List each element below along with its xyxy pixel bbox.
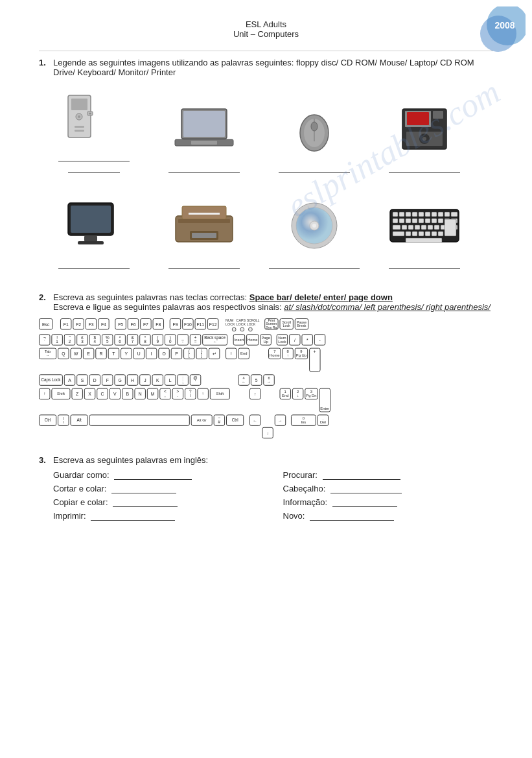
key-shift-right2[interactable]: Shift: [210, 388, 230, 399]
key-l[interactable]: L: [165, 374, 176, 385]
key-backslash[interactable]: |\: [58, 414, 69, 425]
key-f6[interactable]: F6: [128, 318, 139, 329]
key-shift-left[interactable]: ↑: [39, 388, 50, 399]
key-arrowright[interactable]: →: [275, 414, 286, 425]
key-8[interactable]: *8: [139, 334, 150, 345]
key-x[interactable]: X: [84, 388, 95, 399]
key-altgr[interactable]: Alt Gr: [191, 414, 213, 425]
key-comma[interactable]: <,: [159, 388, 170, 399]
key-o[interactable]: O: [158, 348, 169, 359]
key-ctrl-left[interactable]: Ctrl: [39, 414, 56, 425]
key-backtick[interactable]: ¬`: [39, 334, 50, 345]
key-f[interactable]: F: [102, 374, 113, 385]
key-scrolllock[interactable]: ScrollLock: [279, 318, 293, 329]
key-f5[interactable]: F5: [115, 318, 126, 329]
key-5[interactable]: %5: [102, 334, 113, 345]
key-backspace[interactable]: Back space←: [202, 334, 227, 345]
key-semi[interactable]: :;: [177, 374, 188, 385]
key-insert[interactable]: Insert: [233, 334, 245, 345]
key-num4[interactable]: 4←: [238, 374, 249, 385]
key-numsub[interactable]: -: [314, 334, 325, 345]
key-arrowup[interactable]: ↑: [249, 388, 260, 399]
key-shift-right[interactable]: ↑: [197, 388, 208, 399]
key-num5[interactable]: 5: [251, 374, 262, 385]
key-0[interactable]: )0: [165, 334, 176, 345]
key-f4[interactable]: F4: [98, 318, 109, 329]
key-9[interactable]: (9: [152, 334, 163, 345]
key-nummul[interactable]: *: [302, 334, 313, 345]
key-n[interactable]: N: [134, 388, 145, 399]
key-capslock[interactable]: Caps Lock: [39, 374, 63, 385]
key-m[interactable]: M: [147, 388, 158, 399]
key-pageup[interactable]: PageUp: [260, 334, 271, 345]
key-w[interactable]: W: [71, 348, 82, 359]
key-slash[interactable]: ?/: [185, 388, 196, 399]
key-num2[interactable]: 2↓: [292, 388, 303, 399]
key-p[interactable]: P: [171, 348, 182, 359]
key-period[interactable]: >.: [172, 388, 183, 399]
key-1[interactable]: !1: [51, 334, 62, 345]
key-esc[interactable]: Esc: [39, 318, 52, 329]
key-arrowdown[interactable]: ↓: [262, 427, 273, 438]
key-c[interactable]: C: [97, 388, 108, 399]
key-v[interactable]: V: [110, 388, 121, 399]
key-h[interactable]: H: [127, 374, 138, 385]
key-r[interactable]: R: [95, 348, 106, 359]
key-a[interactable]: A: [64, 374, 75, 385]
key-f1[interactable]: F1: [60, 318, 71, 329]
key-f10[interactable]: F10: [182, 318, 193, 329]
key-d[interactable]: D: [89, 374, 100, 385]
key-shift-l2[interactable]: Shift: [51, 388, 70, 399]
key-7[interactable]: &7: [127, 334, 138, 345]
key-4[interactable]: $4: [89, 334, 100, 345]
key-t[interactable]: T: [108, 348, 119, 359]
key-k[interactable]: K: [152, 374, 163, 385]
key-pause[interactable]: PauseBreak: [295, 318, 308, 329]
key-f2[interactable]: F2: [73, 318, 84, 329]
key-numenter[interactable]: Enter: [319, 388, 330, 412]
key-num7[interactable]: 7Home: [268, 348, 281, 359]
key-f7[interactable]: F7: [140, 318, 151, 329]
key-i[interactable]: I: [146, 348, 157, 359]
key-e[interactable]: E: [83, 348, 94, 359]
key-y[interactable]: Y: [121, 348, 132, 359]
key-f12[interactable]: F12: [207, 318, 218, 329]
key-s[interactable]: S: [76, 374, 87, 385]
key-num8[interactable]: 8↑: [282, 348, 293, 359]
key-2[interactable]: "2: [64, 334, 75, 345]
key-at[interactable]: @': [190, 374, 201, 385]
key-numdiv[interactable]: /: [289, 334, 300, 345]
key-lbracket[interactable]: {[: [183, 348, 194, 359]
key-num1[interactable]: 1End: [280, 388, 291, 399]
key-num6[interactable]: 6→: [263, 374, 274, 385]
key-g[interactable]: G: [114, 374, 125, 385]
key-num9[interactable]: 9Pg Up: [295, 348, 308, 359]
key-numdel[interactable]: .Del: [318, 414, 329, 425]
key-end[interactable]: End: [238, 348, 249, 359]
key-numadd[interactable]: +: [309, 348, 320, 372]
key-enter-top[interactable]: ↵: [209, 348, 220, 359]
key-f3[interactable]: F3: [86, 318, 97, 329]
key-arrowleft[interactable]: ←: [249, 414, 260, 425]
key-num0[interactable]: 0Ins: [291, 414, 316, 425]
key-f11[interactable]: F11: [195, 318, 206, 329]
key-minus[interactable]: _-: [177, 334, 188, 345]
key-j[interactable]: J: [139, 374, 150, 385]
key-tab[interactable]: Tab→: [39, 348, 56, 359]
key-printscreen[interactable]: PrintScreenSys Rq: [264, 318, 278, 329]
key-q[interactable]: Q: [58, 348, 69, 359]
key-3[interactable]: £3: [76, 334, 87, 345]
key-ctrl-right[interactable]: Ctrl: [226, 414, 244, 425]
key-numlock[interactable]: NumLock: [277, 334, 288, 345]
key-z[interactable]: Z: [71, 388, 82, 399]
key-spacebar[interactable]: [89, 414, 190, 425]
key-hash[interactable]: ~#: [214, 414, 225, 425]
key-home[interactable]: Home: [246, 334, 259, 345]
key-6[interactable]: ^6: [114, 334, 125, 345]
key-rbracket[interactable]: }]: [196, 348, 207, 359]
key-alt-left[interactable]: Alt: [71, 414, 88, 425]
key-f8[interactable]: F8: [153, 318, 164, 329]
key-num3[interactable]: 3Pg Dn: [305, 388, 318, 399]
key-equals[interactable]: +=: [190, 334, 201, 345]
key-f9[interactable]: F9: [170, 318, 181, 329]
